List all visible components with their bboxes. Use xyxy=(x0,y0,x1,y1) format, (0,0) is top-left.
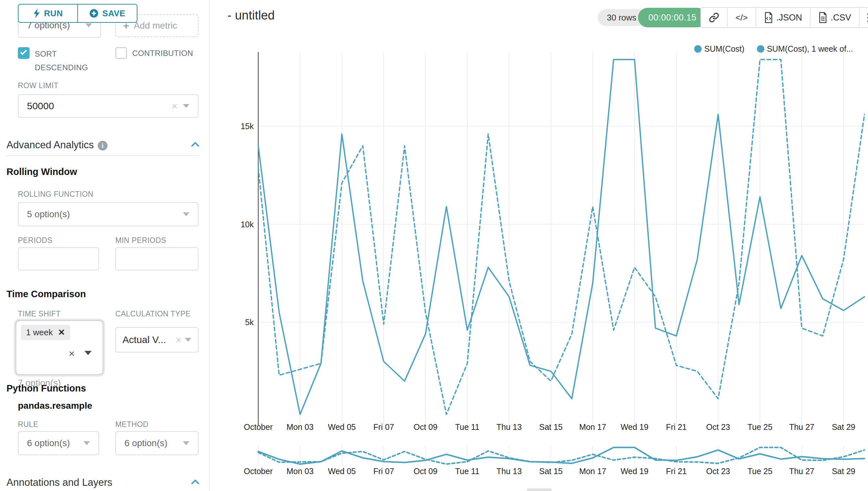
y-axis-tick-label: 5k xyxy=(245,318,254,327)
run-button-label: RUN xyxy=(44,8,63,19)
mini-x-axis-tick-label: Mon 17 xyxy=(579,467,606,476)
run-save-button-group: RUN SAVE xyxy=(18,4,137,23)
x-axis-tick-label: Mon 17 xyxy=(579,423,606,432)
mini-x-axis-tick-label: Fri 21 xyxy=(666,467,687,476)
x-axis-tick-label: Tue 25 xyxy=(747,423,773,432)
x-axis-tick-label: Sat 15 xyxy=(539,423,563,432)
resize-handle[interactable] xyxy=(527,488,552,491)
python-functions-title: Python Functions xyxy=(6,383,86,394)
annotations-layers-title: Annotations and Layers xyxy=(6,477,113,488)
mini-x-axis-tick-label: Sat 29 xyxy=(832,467,855,476)
y-axis-tick-label: 10k xyxy=(241,220,254,229)
row-limit-select[interactable]: 50000 × xyxy=(18,94,198,118)
series-line-offset xyxy=(258,59,864,414)
rolling-function-value: 5 option(s) xyxy=(27,209,70,220)
csv-button-label: .CSV xyxy=(831,13,851,23)
link-icon xyxy=(709,12,719,23)
sort-descending-checkbox[interactable] xyxy=(18,47,30,59)
chart-title[interactable]: - untitled xyxy=(227,8,275,23)
chevron-down-icon xyxy=(185,338,191,342)
main-line-chart[interactable]: 5k10k15kOctoberMon 03Wed 05Fri 07Oct 09T… xyxy=(210,36,868,439)
plus-circle-icon xyxy=(89,9,98,18)
save-button-label: SAVE xyxy=(102,8,125,19)
min-periods-input[interactable] xyxy=(115,247,198,270)
clear-icon[interactable]: × xyxy=(68,348,75,359)
control-panel-sidebar: RUN SAVE 7 option(s) + Add metric SORT D… xyxy=(0,0,210,491)
contribution-checkbox-row[interactable]: CONTRIBUTION xyxy=(115,47,213,59)
row-limit-value: 50000 xyxy=(27,100,54,112)
rule-select[interactable]: 6 option(s) xyxy=(18,431,99,455)
collapse-chevron-up-icon[interactable] xyxy=(191,479,199,485)
x-axis-tick-label: Thu 13 xyxy=(496,423,522,432)
export-json-button[interactable]: .JSON xyxy=(755,8,810,27)
chevron-down-icon xyxy=(86,23,92,27)
x-axis-tick-label: Fri 21 xyxy=(666,423,687,432)
mini-x-axis-tick-label: Wed 19 xyxy=(620,467,648,476)
save-button[interactable]: SAVE xyxy=(77,4,137,22)
mini-x-axis-tick-label: Tue 11 xyxy=(455,467,479,476)
query-timer-badge: 00:00:00.15 xyxy=(638,8,707,27)
share-link-button[interactable] xyxy=(701,8,727,27)
time-shift-select[interactable]: 1 week ✕ × xyxy=(16,320,103,375)
time-shift-tag: 1 week ✕ xyxy=(21,325,70,340)
section-divider xyxy=(6,155,199,156)
clear-icon[interactable]: × xyxy=(176,335,182,345)
time-shift-tag-label: 1 week xyxy=(26,327,53,338)
calculation-type-label: CALCULATION TYPE xyxy=(115,310,191,318)
rolling-function-select[interactable]: 5 option(s) xyxy=(18,202,198,226)
periods-label: PERIODS xyxy=(18,236,52,245)
calculation-type-value: Actual V... xyxy=(122,334,166,345)
mini-series-line-offset xyxy=(258,447,864,464)
add-metric-label: Add metric xyxy=(134,21,177,31)
clear-icon[interactable]: × xyxy=(172,101,178,111)
y-axis-tick-label: 15k xyxy=(241,122,254,131)
x-axis-tick-label: Oct 23 xyxy=(706,423,730,432)
mini-x-axis-tick-label: Fri 07 xyxy=(373,467,394,476)
time-comparison-title: Time Comparison xyxy=(6,289,86,299)
sort-descending-label: SORT DESCENDING xyxy=(35,47,96,75)
mini-x-axis-tick-label: Thu 13 xyxy=(496,467,522,476)
rolling-function-label: ROLLING FUNCTION xyxy=(18,190,94,199)
mini-x-axis-tick-label: Tue 25 xyxy=(747,467,773,476)
mini-x-axis-tick-label: Sat 15 xyxy=(539,467,563,476)
x-axis-tick-label: Tue 11 xyxy=(455,423,479,432)
json-button-label: .JSON xyxy=(776,13,802,23)
method-value: 6 option(s) xyxy=(124,438,167,449)
info-icon[interactable]: i xyxy=(98,141,107,150)
mini-x-axis-tick-label: October xyxy=(244,467,273,476)
csv-file-icon xyxy=(818,12,827,23)
advanced-analytics-title: Advanced Analytics xyxy=(6,139,94,150)
chevron-down-icon xyxy=(183,104,189,108)
view-query-button[interactable]: </> xyxy=(727,8,755,27)
x-axis-tick-label: October xyxy=(244,423,273,432)
export-csv-button[interactable]: .CSV xyxy=(810,8,859,27)
code-icon: </> xyxy=(736,13,748,23)
mini-chart-brush[interactable]: OctoberMon 03Wed 05Fri 07Oct 09Tue 11Thu… xyxy=(210,439,868,491)
calculation-type-select[interactable]: Actual V... × xyxy=(115,327,198,352)
x-axis-tick-label: Fri 07 xyxy=(373,423,394,432)
mini-x-axis-tick-label: Wed 05 xyxy=(328,467,356,476)
x-axis-tick-label: Mon 03 xyxy=(286,423,313,432)
collapse-chevron-up-icon[interactable] xyxy=(191,142,199,147)
method-select[interactable]: 6 option(s) xyxy=(115,431,198,455)
x-axis-tick-label: Sat 29 xyxy=(832,423,855,432)
row-limit-label: ROW LIMIT xyxy=(18,81,59,90)
rule-label: RULE xyxy=(18,420,38,429)
series-line-current xyxy=(258,59,864,414)
check-icon xyxy=(20,49,27,55)
run-button[interactable]: RUN xyxy=(19,4,77,22)
superset-explore-view: { "colors": { "accent": "#1985A0", "line… xyxy=(0,0,868,491)
chart-menu-button[interactable] xyxy=(859,8,868,27)
pandas-resample-label: pandas.resample xyxy=(18,401,92,411)
mini-x-axis-tick-label: Thu 27 xyxy=(789,467,814,476)
mini-x-axis-tick-label: Oct 23 xyxy=(706,467,730,476)
contribution-label: CONTRIBUTION xyxy=(132,47,193,59)
remove-tag-icon[interactable]: ✕ xyxy=(58,327,65,338)
mini-x-axis-tick-label: Mon 03 xyxy=(286,467,313,476)
rolling-window-title: Rolling Window xyxy=(6,167,77,177)
sort-descending-checkbox-row[interactable]: SORT DESCENDING xyxy=(18,47,96,75)
contribution-checkbox[interactable] xyxy=(115,47,127,59)
x-axis-tick-label: Oct 09 xyxy=(413,423,438,432)
x-axis-tick-label: Wed 05 xyxy=(328,423,356,432)
periods-input[interactable] xyxy=(18,247,99,270)
